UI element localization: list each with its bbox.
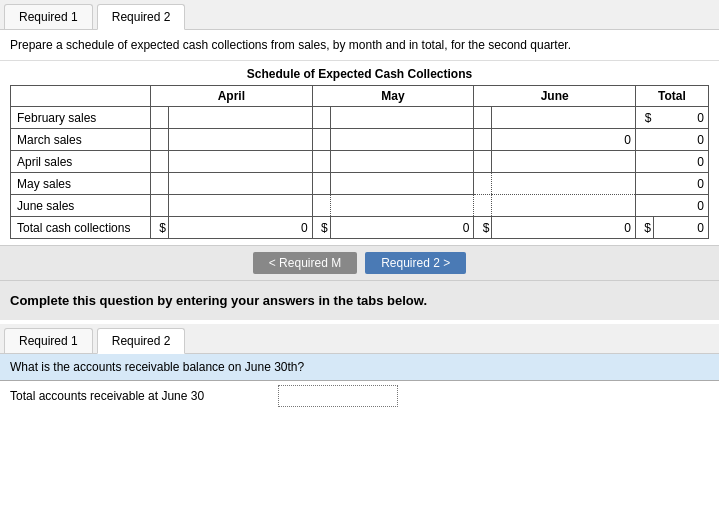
may-may-input[interactable]	[335, 177, 470, 191]
mar-june-value: 0	[492, 129, 636, 151]
col-header-may: May	[312, 86, 474, 107]
table-row: May sales 0	[11, 173, 709, 195]
feb-april-input[interactable]	[173, 111, 308, 125]
apr-april-input[interactable]	[173, 155, 308, 169]
jun-june-input[interactable]	[496, 199, 631, 213]
nav-buttons-bar: < Required M Required 2 >	[0, 245, 719, 280]
feb-june-input[interactable]	[496, 111, 631, 125]
table-row: February sales $ 0	[11, 107, 709, 129]
table-row: June sales 0	[11, 195, 709, 217]
col-header-june: June	[474, 86, 636, 107]
tab-required1-bottom[interactable]: Required 1	[4, 328, 93, 353]
row-label-march: March sales	[11, 129, 151, 151]
total-june-value: 0	[492, 217, 636, 239]
total-april-value: 0	[169, 217, 313, 239]
col-header-empty	[11, 86, 151, 107]
table-row: March sales 0 0	[11, 129, 709, 151]
row-label-april: April sales	[11, 151, 151, 173]
mar-may-input[interactable]	[335, 133, 470, 147]
next-button[interactable]: Required 2 >	[365, 252, 466, 274]
total-row-label: Total cash collections	[11, 217, 151, 239]
mar-april-input[interactable]	[173, 133, 308, 147]
bottom-tab-bar: Required 1 Required 2	[0, 324, 719, 354]
top-tab-bar: Required 1 Required 2	[0, 0, 719, 30]
complete-section: Complete this question by entering your …	[0, 280, 719, 320]
prev-button[interactable]: < Required M	[253, 252, 357, 274]
feb-may-input[interactable]	[335, 111, 470, 125]
may-total-value: 0	[653, 173, 708, 195]
table-title: Schedule of Expected Cash Collections	[10, 67, 709, 81]
total-ar-input[interactable]	[278, 385, 398, 407]
bottom-question-text: What is the accounts receivable balance …	[0, 354, 719, 381]
jun-total-value: 0	[653, 195, 708, 217]
jun-april-input[interactable]	[173, 199, 308, 213]
row-label-february: February sales	[11, 107, 151, 129]
col-header-total: Total	[635, 86, 708, 107]
may-april-input[interactable]	[173, 177, 308, 191]
total-total-value: 0	[653, 217, 708, 239]
jun-may-input[interactable]	[335, 199, 470, 213]
total-row: Total cash collections $ 0 $ 0 $ 0 $ 0	[11, 217, 709, 239]
apr-june-input[interactable]	[496, 155, 631, 169]
table-section: Schedule of Expected Cash Collections Ap…	[0, 61, 719, 245]
tab-required1-top[interactable]: Required 1	[4, 4, 93, 29]
apr-total-value: 0	[653, 151, 708, 173]
table-row: April sales 0	[11, 151, 709, 173]
tab-required2-top[interactable]: Required 2	[97, 4, 186, 30]
apr-may-input[interactable]	[335, 155, 470, 169]
mar-total-value: 0	[653, 129, 708, 151]
row-label-june: June sales	[11, 195, 151, 217]
row-label-may: May sales	[11, 173, 151, 195]
schedule-table: April May June Total February sales $ 0	[10, 85, 709, 239]
col-header-april: April	[151, 86, 313, 107]
instruction-text: Prepare a schedule of expected cash coll…	[0, 30, 719, 61]
bottom-answer-row: Total accounts receivable at June 30	[0, 381, 719, 411]
bottom-row-label: Total accounts receivable at June 30	[10, 389, 270, 403]
total-may-value: 0	[330, 217, 474, 239]
tab-required2-bottom[interactable]: Required 2	[97, 328, 186, 354]
feb-total-value: 0	[653, 107, 708, 129]
may-june-input[interactable]	[496, 177, 631, 191]
